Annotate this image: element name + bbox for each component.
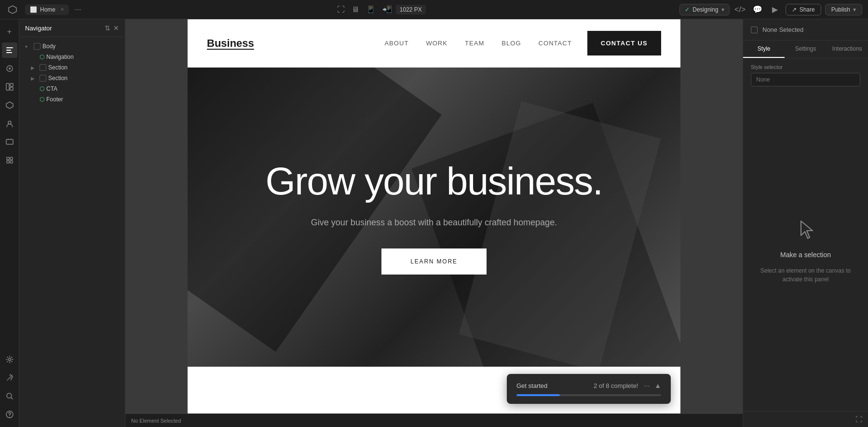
main-layout: + xyxy=(0,19,868,427)
nav-link-about[interactable]: ABOUT xyxy=(384,40,408,47)
style-panel-icon[interactable] xyxy=(2,61,17,76)
assets-icon[interactable] xyxy=(2,134,17,150)
tree-item-cta[interactable]: ⬡ CTA xyxy=(19,83,125,94)
svg-rect-14 xyxy=(7,161,9,163)
tree-item-footer[interactable]: ⬡ Footer xyxy=(19,94,125,105)
mode-designing-button[interactable]: ✓ Designing ▾ xyxy=(679,4,729,15)
svg-point-19 xyxy=(9,416,10,417)
section2-checkbox[interactable] xyxy=(40,75,46,82)
style-selector-input[interactable] xyxy=(751,73,860,86)
mobile-icon[interactable]: 📲 xyxy=(382,5,392,14)
tree-item-section2[interactable]: ▶ Section xyxy=(19,73,125,83)
home-tab-icon: ⬜ xyxy=(30,6,37,13)
code-icon[interactable]: </> xyxy=(733,3,747,16)
tab-interactions[interactable]: Interactions xyxy=(827,41,868,58)
desktop-icon[interactable]: 🖥 xyxy=(352,5,359,14)
magic-icon[interactable] xyxy=(2,370,17,386)
home-tab[interactable]: ⬜ Home ✕ xyxy=(25,4,69,15)
nav-link-blog[interactable]: BLOG xyxy=(502,40,521,47)
nav-link-contact[interactable]: CONTACT xyxy=(539,40,572,47)
tab-style[interactable]: Style xyxy=(743,41,785,58)
navigator-panel: Navigator ⇅ ✕ ▾ Body ⬡ Navigation ▶ xyxy=(19,19,125,427)
tree-item-body[interactable]: ▾ Body xyxy=(19,41,125,52)
home-tab-close[interactable]: ✕ xyxy=(60,7,64,12)
hero-cta-button[interactable]: LEARN MORE xyxy=(381,248,486,275)
navigator-title: Navigator xyxy=(25,25,101,32)
settings-icon[interactable] xyxy=(2,352,17,367)
navigator-icon[interactable] xyxy=(2,42,17,58)
share-button[interactable]: ↗ Share xyxy=(786,4,821,15)
site-logo[interactable]: Business xyxy=(207,37,254,50)
progress-more-icon[interactable]: ··· xyxy=(644,382,650,389)
cta-label: CTA xyxy=(46,85,57,92)
svg-rect-6 xyxy=(6,83,9,90)
site-hero[interactable]: Grow your business. Give your business a… xyxy=(188,68,680,367)
progress-bar xyxy=(516,394,661,396)
tree-item-navigation[interactable]: ⬡ Navigation xyxy=(19,52,125,62)
hero-title: Grow your business. xyxy=(266,160,603,203)
canvas-area[interactable]: Business ABOUT WORK TEAM BLOG CONTACT CO… xyxy=(125,19,743,427)
users-icon[interactable] xyxy=(2,116,17,131)
svg-rect-2 xyxy=(6,50,11,51)
progress-card-header: Get started 2 of 8 complete! ··· ▲ xyxy=(516,382,661,389)
right-panel: None Selected Style Settings Interaction… xyxy=(743,19,868,427)
cursor-icon xyxy=(791,214,820,243)
nav-link-work[interactable]: WORK xyxy=(426,40,448,47)
svg-rect-8 xyxy=(10,87,13,90)
section1-expand-arrow: ▶ xyxy=(31,65,38,70)
device-switcher: ⛶ 🖥 📱 📲 xyxy=(337,5,392,14)
right-panel-tabs: Style Settings Interactions xyxy=(743,41,868,58)
publish-button[interactable]: Publish ▾ xyxy=(825,4,862,15)
tablet-icon[interactable]: 📱 xyxy=(366,5,376,14)
body-checkbox[interactable] xyxy=(34,43,41,50)
make-selection-area: Make a selection Select an element on th… xyxy=(743,86,868,411)
tab-settings[interactable]: Settings xyxy=(785,41,826,58)
section2-label: Section xyxy=(48,75,68,82)
svg-marker-0 xyxy=(9,6,16,14)
svg-rect-15 xyxy=(10,161,13,163)
search-bottom-icon[interactable] xyxy=(2,388,17,404)
none-selected-checkbox[interactable] xyxy=(751,27,758,33)
tree-item-section1[interactable]: ▶ Section xyxy=(19,62,125,73)
make-selection-subtitle: Select an element on the canvas to activ… xyxy=(753,266,858,284)
navigator-tree: ▾ Body ⬡ Navigation ▶ Section ▶ Section xyxy=(19,37,125,427)
progress-card-title: Get started xyxy=(516,382,594,389)
add-element-button[interactable]: + xyxy=(2,24,17,40)
progress-collapse-icon[interactable]: ▲ xyxy=(654,382,661,389)
hero-content: Grow your business. Give your business a… xyxy=(246,160,622,275)
play-icon[interactable]: ▶ xyxy=(768,3,782,16)
navigator-sort-icon[interactable]: ⇅ xyxy=(105,24,110,32)
svg-rect-1 xyxy=(6,47,13,48)
nav-component-icon: ⬡ xyxy=(40,54,44,60)
plugins-icon[interactable] xyxy=(2,152,17,168)
layout-icon[interactable] xyxy=(2,79,17,95)
components-icon[interactable] xyxy=(2,97,17,113)
style-selector-label: Style selector xyxy=(743,58,868,73)
navigator-close-icon[interactable]: ✕ xyxy=(113,24,119,32)
fullscreen-icon[interactable]: ⛶ xyxy=(337,5,345,14)
navigation-label: Navigation xyxy=(46,54,74,60)
svg-marker-9 xyxy=(6,102,13,109)
svg-point-16 xyxy=(8,358,11,361)
body-expand-arrow: ▾ xyxy=(25,44,32,49)
svg-point-5 xyxy=(9,68,11,69)
navigator-header: Navigator ⇅ ✕ xyxy=(19,19,125,37)
footer-component-icon: ⬡ xyxy=(40,96,44,103)
app-logo[interactable] xyxy=(6,3,19,16)
canvas-frame[interactable]: Business ABOUT WORK TEAM BLOG CONTACT CO… xyxy=(125,19,743,413)
footer-label: Footer xyxy=(46,96,63,103)
publish-chevron-icon: ▾ xyxy=(853,6,856,13)
svg-rect-12 xyxy=(7,157,9,160)
section1-checkbox[interactable] xyxy=(40,64,46,71)
site-nav-cta-button[interactable]: CONTACT US xyxy=(587,31,661,55)
expand-icon[interactable]: ⛶ xyxy=(855,415,862,423)
comment-icon[interactable]: 💬 xyxy=(751,3,764,16)
nav-link-team[interactable]: TEAM xyxy=(465,40,484,47)
website-preview[interactable]: Business ABOUT WORK TEAM BLOG CONTACT CO… xyxy=(188,19,680,413)
more-tabs-button[interactable]: ··· xyxy=(73,5,83,14)
help-icon[interactable] xyxy=(2,407,17,422)
section2-expand-arrow: ▶ xyxy=(31,76,38,81)
chevron-down-icon: ▾ xyxy=(721,6,724,13)
no-element-selected: No Element Selected xyxy=(131,418,181,424)
publish-label: Publish xyxy=(831,6,850,13)
